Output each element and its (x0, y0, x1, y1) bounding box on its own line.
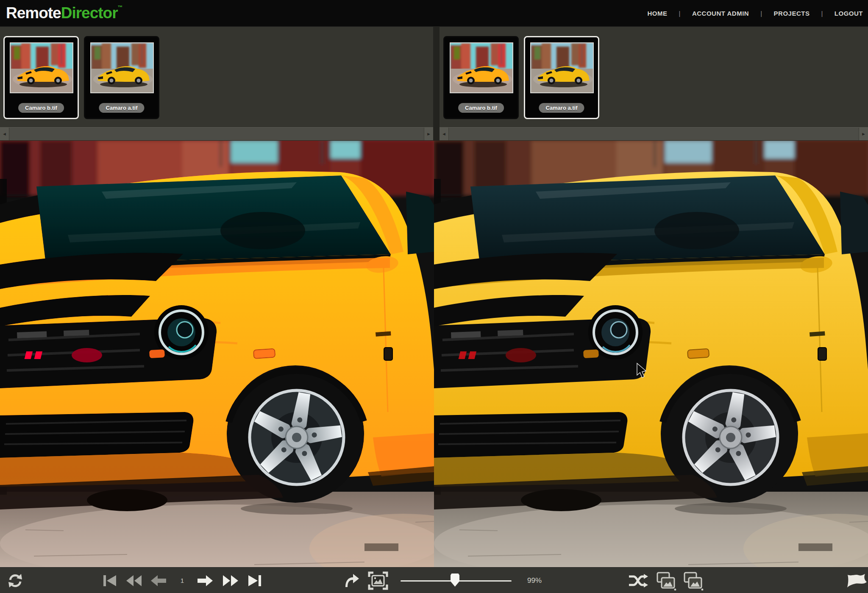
nav-separator: | (821, 10, 823, 17)
right-image-pane[interactable] (434, 141, 868, 567)
right-thumbnail-camaro-a[interactable]: Camaro a.tif (524, 36, 599, 119)
mouse-cursor-icon (636, 362, 647, 379)
nav-logout[interactable]: LOGOUT (835, 10, 863, 17)
nav-separator: | (760, 10, 762, 17)
fit-image-icon (368, 571, 388, 590)
nav-projects[interactable]: PROJECTS (774, 10, 810, 17)
scrollbar-right-arrow-icon[interactable]: ▸ (424, 128, 433, 140)
forward-button[interactable] (342, 568, 361, 593)
topbar: RemoteDirector™ HOME | ACCOUNT ADMIN | P… (0, 0, 868, 26)
main-nav: HOME | ACCOUNT ADMIN | PROJECTS | LOGOUT (647, 10, 863, 17)
first-page-button[interactable] (101, 568, 120, 593)
refresh-button[interactable] (6, 568, 25, 593)
thumbnail-image (10, 42, 73, 93)
fast-rewind-icon (125, 574, 142, 587)
nav-home[interactable]: HOME (647, 10, 667, 17)
scrollbar-left-arrow-icon[interactable]: ◂ (440, 128, 449, 140)
logo-trademark: ™ (118, 4, 122, 10)
toolbar: 1 99% (0, 567, 868, 593)
logo-remote: Remote (6, 4, 61, 22)
fast-rewind-button[interactable] (124, 568, 144, 593)
nav-separator: | (679, 10, 680, 17)
camaro-photo-a (434, 141, 868, 567)
compare-images-icon (654, 571, 676, 590)
shuffle-icon (628, 573, 648, 589)
thumbnail-label: Camaro a.tif (539, 103, 584, 113)
zoom-slider-thumb[interactable] (451, 574, 459, 587)
compare-images-icon (682, 571, 704, 590)
previous-page-button[interactable] (149, 568, 168, 593)
fast-forward-icon (222, 574, 239, 587)
refresh-icon (7, 573, 24, 588)
camaro-photo-b (0, 141, 434, 567)
thumbnail-label: Camaro b.tif (18, 103, 64, 113)
logo-director: Director (61, 4, 118, 22)
left-thumbnail-scrollbar[interactable]: ◂ ▸ (0, 127, 433, 141)
panel-divider (433, 26, 440, 141)
last-page-button[interactable] (245, 568, 264, 593)
scrollbar-left-arrow-icon[interactable]: ◂ (0, 128, 9, 140)
forward-arrow-icon (343, 573, 360, 588)
scrollbar-right-arrow-icon[interactable]: ▸ (859, 128, 868, 140)
fit-image-button[interactable] (367, 568, 389, 593)
flag-icon (845, 572, 868, 589)
last-page-icon (247, 574, 262, 587)
right-thumbnail-camaro-b[interactable]: Camaro b.tif (443, 36, 519, 119)
left-image-pane[interactable] (0, 141, 434, 567)
compare-images-button-1[interactable] (654, 568, 677, 593)
thumbnail-label: Camaro b.tif (458, 103, 504, 113)
thumbnail-image (450, 42, 513, 93)
previous-page-icon (150, 574, 167, 587)
shuffle-compare-button[interactable] (627, 568, 649, 593)
flag-button[interactable] (844, 568, 868, 593)
left-thumbnail-camaro-b[interactable]: Camaro b.tif (3, 36, 79, 119)
thumbnail-image (530, 42, 594, 93)
next-page-button[interactable] (196, 568, 214, 593)
left-thumbnail-camaro-a[interactable]: Camaro a.tif (84, 36, 159, 119)
right-thumbnail-scrollbar[interactable]: ◂ ▸ (440, 127, 868, 141)
nav-account-admin[interactable]: ACCOUNT ADMIN (692, 10, 749, 17)
fast-forward-button[interactable] (220, 568, 241, 593)
compare-images-button-2[interactable] (681, 568, 704, 593)
page-number: 1 (178, 568, 186, 593)
first-page-icon (103, 574, 118, 587)
next-page-icon (197, 574, 213, 587)
remote-director-logo: RemoteDirector™ (6, 4, 122, 22)
thumbnail-image (90, 42, 154, 93)
zoom-percent: 99% (527, 568, 548, 593)
thumbnail-label: Camaro a.tif (99, 103, 144, 113)
